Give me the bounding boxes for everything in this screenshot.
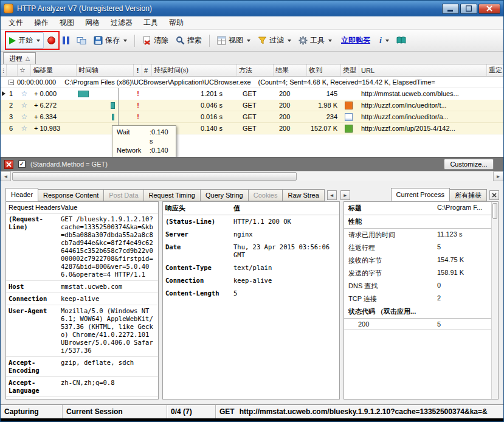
- switch-view-button[interactable]: [73, 33, 90, 48]
- stats-row: 发送的字节158.91 K: [344, 267, 498, 280]
- start-button[interactable]: 开始: [5, 32, 44, 49]
- pause-icon: [63, 36, 69, 44]
- grid-view-icon: [217, 36, 226, 45]
- header-row: Connectionkeep-alive: [6, 293, 158, 305]
- stats-row: TCP 连接2: [344, 292, 498, 305]
- tab-scroll-right-button[interactable]: ►: [340, 190, 350, 200]
- collapse-icon[interactable]: [9, 80, 14, 85]
- search-button[interactable]: 搜索: [172, 32, 205, 49]
- filter-button[interactable]: 过滤: [254, 32, 295, 49]
- menu-tools[interactable]: 工具: [138, 16, 164, 29]
- column-type[interactable]: 类型: [341, 64, 359, 76]
- favorite-star-icon[interactable]: ☆: [18, 88, 31, 100]
- type-icon-css: [345, 102, 353, 109]
- chevron-down-icon: [123, 40, 127, 42]
- help-book-button[interactable]: [393, 33, 410, 48]
- request-row-3[interactable]: 3 ☆ + 6.334 ! 0.016 s GET 200 234 http:/…: [1, 111, 503, 123]
- capture-grid: ⋮ ☆ 偏移量 时间轴 ! # 持续时间(s) 方法 结果 收到 类型 URL …: [1, 64, 503, 157]
- tab-raw-stream[interactable]: Raw Strea: [282, 189, 324, 201]
- column-redirect[interactable]: 重定...: [487, 64, 503, 76]
- column-offset[interactable]: 偏移量: [31, 64, 77, 76]
- column-no[interactable]: [7, 64, 18, 76]
- view-button[interactable]: 视图: [213, 32, 254, 49]
- menu-view[interactable]: 视图: [54, 16, 80, 29]
- toolbar: 开始 保存 清除 搜索 视图 过滤: [1, 30, 503, 52]
- column-warning[interactable]: !: [134, 64, 142, 76]
- favorite-star-icon[interactable]: ☆: [18, 100, 31, 111]
- chevron-down-icon: [288, 40, 291, 42]
- capture-state: Capturing: [1, 405, 63, 418]
- menu-filter[interactable]: 过滤器: [105, 16, 138, 29]
- scroll-left-arrow[interactable]: ◄: [1, 171, 11, 181]
- stats-section-performance: 性能: [344, 215, 498, 229]
- minimize-button[interactable]: [442, 4, 459, 14]
- clear-button[interactable]: 清除: [139, 32, 172, 49]
- tools-button[interactable]: 工具: [295, 32, 336, 49]
- scrollbar-thumb[interactable]: [492, 203, 497, 219]
- tab-request-timing[interactable]: Request Timing: [143, 189, 201, 201]
- buy-now-link[interactable]: 立即购买: [341, 35, 370, 46]
- stats-section-status-codes: 状态代码 （双击应用...: [344, 305, 498, 319]
- tooltip-network-value: :0.140 s: [150, 146, 171, 157]
- tab-post-data: Post Data: [103, 189, 143, 201]
- tab-response-content[interactable]: Response Content: [38, 189, 104, 201]
- selected-request-url: http://mmstat.ucweb.com/bluesky.1.9.1.2.…: [240, 407, 488, 416]
- minimize-icon: [447, 6, 454, 12]
- close-panel-button[interactable]: [489, 190, 499, 200]
- close-button[interactable]: [478, 4, 500, 14]
- detail-panes: Request Headers Value (Request-Line)GET …: [1, 201, 503, 404]
- process-group-row[interactable]: 00:00:00.000 C:\Program Files (x86)\UCBr…: [1, 77, 503, 88]
- scrollbar-track[interactable]: [11, 171, 493, 181]
- maximize-button[interactable]: [460, 4, 477, 14]
- header-row: User-AgentMozilla/5.0 (Windows NT 6.1; W…: [6, 305, 158, 357]
- request-row-2[interactable]: 2 ☆ + 6.272 ! 0.046 s GET 200 1.98 K htt…: [1, 100, 503, 111]
- tab-header[interactable]: Header: [5, 188, 38, 201]
- tab-all-captures[interactable]: 所有捕获: [449, 189, 487, 201]
- menu-help[interactable]: 帮助: [164, 16, 189, 29]
- pause-button[interactable]: [59, 33, 73, 47]
- scrollbar-thumb[interactable]: [12, 172, 297, 181]
- tab-current-process[interactable]: Current Process: [391, 188, 450, 201]
- header-row: Hostmmstat.ucweb.com: [6, 281, 158, 293]
- column-number[interactable]: #: [142, 64, 152, 76]
- customize-button[interactable]: Customize...: [444, 159, 494, 170]
- tab-scroll-left-button[interactable]: ◄: [327, 190, 337, 200]
- column-method[interactable]: 方法: [237, 64, 274, 76]
- column-result[interactable]: 结果: [274, 64, 307, 76]
- horizontal-scrollbar[interactable]: ◄ ►: [1, 171, 503, 181]
- chevron-down-icon: [36, 40, 40, 42]
- panel-gap: [1, 181, 503, 188]
- warning-icon: !: [134, 111, 142, 123]
- search-label: 搜索: [187, 35, 202, 46]
- header-row: (Status-Line)HTTP/1.1 200 OK: [163, 215, 339, 228]
- vertical-scrollbar[interactable]: [491, 202, 498, 399]
- column-url[interactable]: URL: [359, 64, 487, 76]
- timeline-bar: [112, 114, 114, 120]
- response-headers-pane: 响应头 值 (Status-Line)HTTP/1.1 200 OK Serve…: [162, 201, 340, 400]
- tab-process[interactable]: 进程 △: [3, 52, 36, 64]
- filter-enabled-checkbox[interactable]: ✓: [18, 161, 26, 168]
- group-process-path: C:\Program Files (x86)\UCBrowser\Applica…: [64, 78, 250, 86]
- header-row: Accept-Languagezh-CN,zh;q=0.8: [6, 377, 158, 397]
- floppy-save-icon: [94, 36, 103, 45]
- request-row-6[interactable]: 6 ☆ + 10.983 ! 0.140 s GET 200 152.07 K …: [1, 123, 503, 134]
- save-button[interactable]: 保存: [90, 32, 131, 49]
- column-duration[interactable]: 持续时间(s): [152, 64, 237, 76]
- request-row-1[interactable]: 1 ☆ + 0.000 ! 1.201 s GET 200 145 http:/…: [1, 88, 503, 100]
- column-favorite[interactable]: ☆: [18, 64, 31, 76]
- favorite-star-icon[interactable]: ☆: [18, 111, 31, 123]
- info-button[interactable]: i: [376, 33, 393, 48]
- current-row-marker: [2, 91, 5, 96]
- menu-action[interactable]: 操作: [29, 16, 54, 29]
- menu-file[interactable]: 文件: [3, 16, 29, 29]
- favorite-star-icon[interactable]: ☆: [18, 123, 31, 134]
- menu-grid[interactable]: 网格: [80, 16, 105, 29]
- column-received[interactable]: 收到: [307, 64, 341, 76]
- stats-row: 往返行程5: [344, 241, 498, 254]
- filter-label: 过滤: [269, 35, 284, 46]
- column-timeline[interactable]: 时间轴: [77, 64, 134, 76]
- tab-query-string[interactable]: Query String: [200, 189, 249, 201]
- stop-button[interactable]: [44, 33, 59, 47]
- remove-filter-button[interactable]: [4, 160, 13, 169]
- scroll-right-arrow[interactable]: ►: [493, 171, 503, 181]
